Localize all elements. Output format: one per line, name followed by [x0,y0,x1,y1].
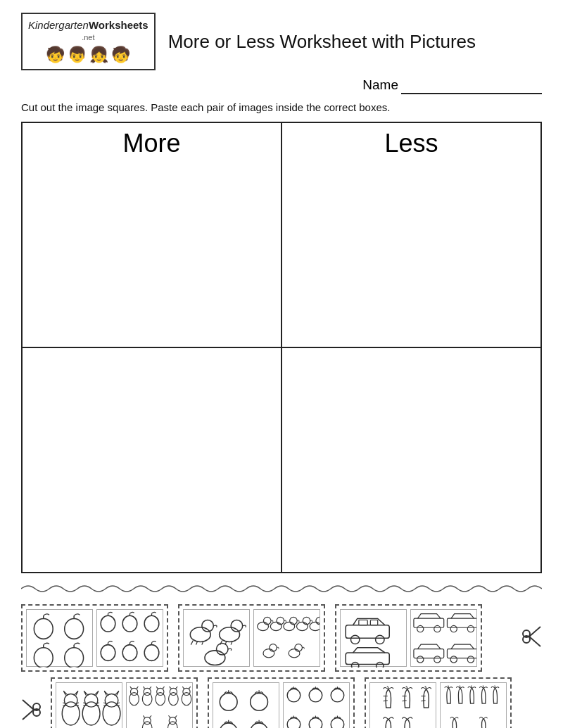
logo-kids: 🧒 👦 👧 🧒 [28,45,148,65]
kid-figure-3: 👧 [89,45,108,65]
carrots-3-box [369,682,436,728]
scissors-left [21,697,46,725]
svg-point-6 [65,648,84,668]
cars-4-box [410,609,477,667]
carrots-5-svg [441,682,506,728]
scissors-right [517,624,542,652]
main-table: More Less [21,122,542,573]
apples-4-box [26,609,93,667]
page-title: More or Less Worksheet with Pictures [168,31,542,53]
kid-figure-1: 🧒 [46,45,65,65]
svg-point-97 [144,717,151,724]
svg-point-104 [220,723,237,728]
svg-line-125 [421,701,425,701]
svg-point-75 [84,694,98,708]
svg-point-10 [122,615,137,632]
apples-6-svg [97,609,163,668]
svg-point-92 [169,693,179,705]
svg-line-65 [23,710,34,720]
svg-point-4 [34,648,53,668]
cars-2-svg [341,609,406,668]
svg-point-100 [220,694,237,711]
ducks-3-svg [184,609,249,668]
header: KindergartenWorksheets .net 🧒 👦 👧 🧒 More… [21,13,542,70]
cats-5-box [126,682,193,728]
svg-point-50 [434,626,441,632]
scissors-left-svg [21,697,46,722]
scissors-right-svg [517,624,542,649]
svg-point-88 [142,693,152,705]
less-label: Less [384,129,438,158]
logo-text-ws: Worksheets [89,19,148,31]
svg-point-69 [64,694,77,708]
svg-line-123 [402,701,406,701]
svg-point-38 [289,649,300,658]
svg-rect-43 [359,620,367,625]
cars-group [335,604,482,672]
cut-row-2 [21,677,542,728]
ducks-3-box [183,609,250,667]
tomatoes-4-svg [213,682,279,728]
cut-row-1 [21,604,542,672]
cut-row-2-groups [51,677,542,728]
svg-point-118 [331,718,344,728]
svg-point-112 [331,689,344,702]
svg-line-61 [529,637,540,646]
svg-point-52 [450,626,457,632]
svg-point-26 [258,622,269,630]
svg-point-8 [101,615,115,632]
kid-figure-4: 🧒 [111,45,130,65]
svg-point-108 [287,689,301,702]
kid-figure-2: 👦 [68,45,87,65]
carrots-group [365,677,512,728]
svg-point-114 [287,718,301,728]
cats-3-svg [56,682,122,728]
cats-5-svg [127,682,192,728]
cut-line-row [21,582,542,599]
svg-point-99 [169,717,176,724]
svg-point-53 [467,626,474,632]
svg-point-87 [130,688,137,695]
less-content-area [282,347,541,573]
ducks-5-svg [254,609,320,668]
logo-net: .net [28,32,148,42]
svg-point-12 [144,615,159,632]
svg-point-94 [182,693,191,705]
svg-line-64 [23,700,34,710]
apples-group [21,604,168,672]
less-header-cell: Less [282,122,541,347]
ducks-group [178,604,325,672]
svg-point-89 [144,688,151,695]
svg-point-86 [129,693,139,705]
apples-6-box [96,609,163,667]
svg-line-121 [384,701,388,701]
more-header-cell: More [22,122,282,347]
tomatoes-6-box [283,682,350,728]
svg-point-116 [309,718,322,728]
cars-4-svg [411,609,476,668]
svg-point-110 [309,689,322,702]
cats-3-box [56,682,122,728]
svg-rect-45 [346,653,389,665]
name-row: Name [21,77,542,94]
tomatoes-4-box [213,682,279,728]
svg-point-22 [220,627,240,642]
svg-point-56 [434,656,441,663]
svg-point-24 [205,651,225,665]
svg-point-14 [101,645,115,661]
svg-point-28 [270,622,282,630]
cut-row-1-groups [21,604,512,672]
svg-point-106 [251,723,268,728]
svg-point-59 [467,656,474,663]
svg-point-90 [156,693,165,705]
svg-point-16 [122,645,137,661]
cars-2-box [340,609,407,667]
svg-point-81 [105,694,118,708]
tomatoes-6-svg [284,682,349,728]
svg-point-41 [350,635,359,644]
svg-point-42 [376,635,384,644]
tomatoes-group [208,677,355,728]
name-line [401,77,542,94]
svg-point-102 [251,694,268,711]
svg-point-18 [144,645,159,661]
